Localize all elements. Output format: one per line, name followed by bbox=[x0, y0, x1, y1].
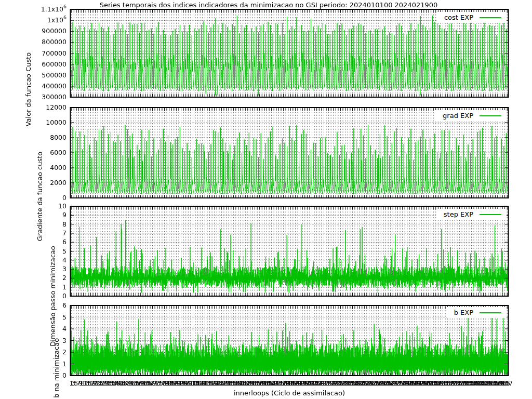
y-axis-title-cost: Valor da funcao Custo bbox=[24, 52, 32, 127]
y-axis-title-step: Dimensão passo minimizacao bbox=[49, 246, 57, 346]
legend-grad-label: grad EXP bbox=[443, 112, 473, 119]
x-tick-label: 367 bbox=[501, 380, 513, 387]
x-axis-tick-labels: 1357911131517192123252729313335373941434… bbox=[70, 380, 515, 388]
y-axis-title-grad: Gradiente da funcao custo bbox=[36, 152, 44, 242]
legend-b-label: b EXP bbox=[454, 309, 473, 316]
legend-cost: cost EXP bbox=[437, 12, 507, 23]
time-series-chart-canvas bbox=[0, 0, 532, 399]
legend-step-label: step EXP bbox=[444, 210, 473, 218]
step-legend-line bbox=[480, 214, 501, 215]
cost-legend-line bbox=[480, 17, 501, 18]
legend-step: step EXP bbox=[436, 209, 507, 220]
legend-grad: grad EXP bbox=[435, 110, 507, 121]
legend-b: b EXP bbox=[447, 307, 507, 318]
x-axis-title: innerloops (Ciclo de assimilacao) bbox=[234, 389, 345, 397]
legend-cost-label: cost EXP bbox=[444, 14, 473, 21]
y-axis-title-b: Valor de b na minimizacao bbox=[52, 338, 60, 399]
grad-legend-line bbox=[480, 115, 501, 116]
b-legend-line bbox=[480, 312, 501, 313]
chart-title: Series temporais dos indices indicadores… bbox=[100, 1, 438, 9]
gnuplot-chart-window: Series temporais dos indices indicadores… bbox=[0, 0, 532, 399]
